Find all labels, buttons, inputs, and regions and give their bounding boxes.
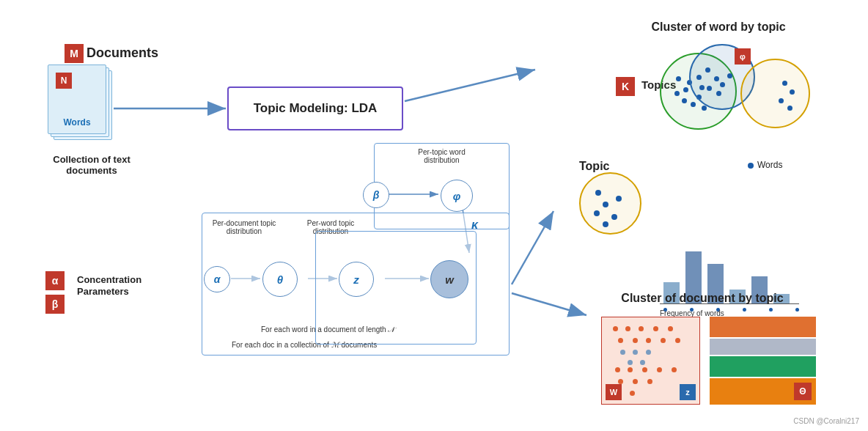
z-cluster-badge: z	[680, 384, 696, 400]
dot4	[682, 98, 687, 103]
alpha-badge: α	[45, 271, 65, 290]
cluster-doc-title: Cluster of document by topic	[592, 292, 812, 305]
phi-badge: φ	[735, 48, 751, 65]
topic-title: Topic	[579, 160, 609, 173]
pertopic-box: Per-topic worddistribution	[374, 143, 510, 229]
beta-node-label: β	[373, 189, 380, 201]
dot3	[674, 91, 680, 96]
z-node-label: z	[353, 273, 359, 286]
topic-circle	[579, 172, 641, 235]
n-badge: N	[56, 73, 72, 89]
alpha-node-label: α	[214, 273, 221, 285]
gdot2	[790, 89, 795, 95]
dot1	[676, 76, 681, 81]
tdot6	[603, 221, 608, 227]
gdot1	[782, 81, 787, 86]
dot6	[691, 102, 696, 107]
watermark: CSDN @Coralni217	[793, 417, 859, 425]
words-legend-label: Words	[757, 160, 782, 170]
phi-node-label: φ	[453, 190, 461, 202]
collection-label: Collection of text documents	[44, 154, 139, 176]
diagram-container: M Documents N Words Collection of text d…	[0, 0, 868, 431]
z-node: z	[339, 262, 374, 297]
doc-cluster-right: Θ	[710, 317, 816, 405]
tdot5	[616, 196, 622, 202]
tdot4	[611, 214, 617, 220]
tdot3	[594, 210, 600, 216]
theta-cluster-badge: Θ	[794, 383, 812, 400]
gdot3	[779, 98, 784, 103]
venn-gold	[740, 59, 810, 128]
w-node: w	[430, 260, 468, 298]
theta-node: θ	[262, 262, 298, 297]
svg-line-5	[512, 211, 553, 284]
vdot4	[720, 82, 725, 87]
kappa-node-label: κ	[471, 218, 478, 232]
vdot6	[727, 73, 732, 78]
words-text: Words	[63, 117, 90, 128]
k-badge: K	[616, 77, 635, 96]
vdot5	[716, 91, 721, 96]
gdot4	[787, 106, 792, 111]
alpha-node: α	[204, 266, 230, 292]
tdot2	[603, 202, 608, 207]
w-cluster-badge: W	[606, 384, 622, 400]
pertopic-label: Per-topic worddistribution	[418, 148, 465, 164]
documents-label: Documents	[87, 45, 158, 61]
dot2	[683, 87, 688, 92]
per-document-label: Per-document topicdistribution	[211, 219, 277, 235]
w-node-label: w	[445, 273, 454, 286]
svg-line-4	[405, 70, 535, 101]
vdot1	[705, 67, 710, 73]
words-legend-dot	[748, 163, 754, 169]
concentration-label: Concentration	[77, 274, 141, 285]
bar-chart: Frequency of words	[656, 240, 803, 317]
doc-cluster-left: W z	[601, 317, 700, 405]
svg-line-6	[512, 293, 586, 315]
phi-node: φ	[441, 180, 473, 212]
theta-node-label: θ	[277, 273, 283, 286]
doc-page-front: N Words	[48, 65, 106, 134]
lda-title: Topic Modeling: LDA	[254, 101, 378, 116]
tdot1	[595, 190, 601, 196]
beta-node: β	[363, 182, 389, 208]
parameters-label: Parameters	[77, 286, 129, 297]
dot9	[702, 106, 707, 111]
cluster-word-title: Cluster of word by topic	[616, 21, 821, 34]
vdot2	[714, 76, 719, 81]
lda-box: Topic Modeling: LDA	[227, 86, 403, 130]
m-badge: M	[65, 44, 84, 63]
beta-badge: β	[45, 295, 65, 314]
vdot3	[707, 86, 712, 91]
